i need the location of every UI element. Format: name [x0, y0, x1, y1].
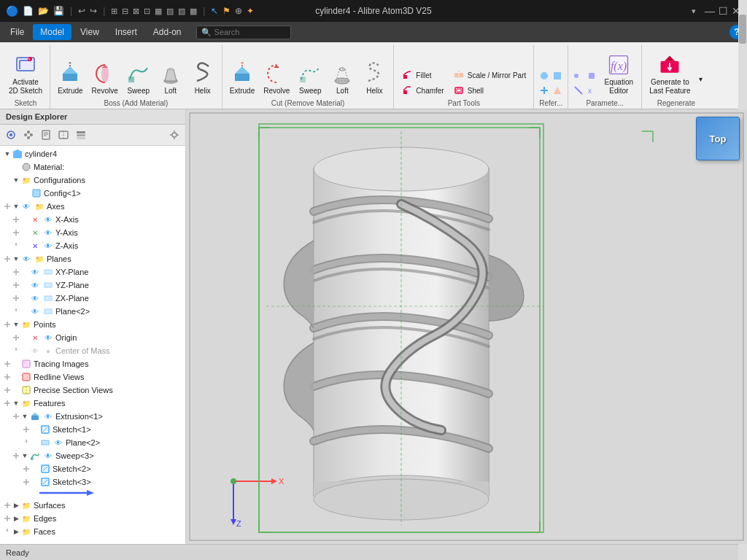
tree-arrow-configurations[interactable]: ▼ — [12, 176, 20, 184]
grid-icon2[interactable]: ⊟ — [122, 7, 128, 16]
maximize-btn[interactable]: ☐ — [718, 6, 728, 16]
tree-item-axes[interactable]: ▼ 👁 📁 Axes — [0, 200, 185, 213]
tree-item-plane2[interactable]: ▶ 👁 Plane<2> — [0, 305, 185, 318]
tree-item-zx-plane[interactable]: ▶ 👁 ZX-Plane — [0, 292, 185, 305]
redo-icon[interactable]: ↪ — [90, 6, 97, 16]
grid-icon6[interactable]: ▧ — [166, 7, 174, 16]
tree-arrow-axes[interactable]: ▼ — [12, 203, 20, 210]
ref-btn1[interactable] — [538, 70, 550, 83]
grid-icon8[interactable]: ▩ — [190, 7, 197, 16]
loft-boss-button[interactable]: Loft — [156, 60, 185, 98]
grid-icon4[interactable]: ⊡ — [144, 7, 150, 16]
search-box[interactable]: 🔍 — [196, 26, 291, 39]
tree-item-yz-plane[interactable]: ▶ 👁 YZ-Plane — [0, 279, 185, 292]
tree-item-root[interactable]: ▼ cylinder4 — [0, 147, 185, 160]
activate-sketch-button[interactable]: ✎ Activate2D Sketch — [6, 51, 45, 98]
menu-model[interactable]: Model — [33, 24, 71, 40]
tree-item-origin[interactable]: ▶ ✕ 👁 Origin — [0, 331, 185, 344]
flag-icon[interactable]: ⚑ — [222, 6, 231, 16]
sidebar-tool-nodes[interactable] — [20, 127, 36, 143]
grid-icon5[interactable]: ▦ — [155, 7, 162, 16]
tree-arrow-faces[interactable]: ▶ — [12, 528, 20, 535]
sidebar-tool-view[interactable] — [55, 127, 71, 143]
tree-item-sweep3[interactable]: ▼ 👁 Sweep<3> — [0, 449, 185, 462]
tree-item-surfaces[interactable]: ▶ 📁 Surfaces — [0, 499, 185, 512]
grid-icon1[interactable]: ⊞ — [111, 7, 117, 16]
tree-item-faces[interactable]: ▶ 📁 Faces — [0, 525, 185, 538]
view-cube[interactable]: Top — [696, 117, 740, 160]
revolve-boss-button[interactable]: Revolve — [89, 60, 121, 98]
sweep-boss-button[interactable]: Sweep — [124, 60, 153, 98]
sidebar-tool-layers[interactable] — [73, 127, 89, 143]
tree-item-edges[interactable]: ▶ 📁 Edges — [0, 512, 185, 525]
menu-insert[interactable]: Insert — [108, 24, 144, 40]
shell-button[interactable]: Shell — [450, 83, 530, 98]
tree-item-planes[interactable]: ▼ 👁 📁 Planes — [0, 252, 185, 265]
tree-arrow-planes[interactable]: ▼ — [12, 255, 20, 262]
sidebar-tool-settings[interactable] — [166, 127, 182, 143]
menu-file[interactable]: File — [3, 24, 31, 40]
extrude-cut-button[interactable]: Extrude — [227, 60, 258, 98]
tree-item-sketch3[interactable]: ▶ Sketch<3> — [0, 475, 185, 489]
extrude-boss-button[interactable]: Extrude — [55, 60, 85, 98]
param-btn4[interactable]: x — [586, 85, 597, 98]
window-menu-btn[interactable]: ▾ — [689, 6, 699, 16]
grid-icon7[interactable]: ▨ — [178, 7, 185, 16]
revolve-cut-button[interactable]: Revolve — [260, 60, 293, 98]
tree-item-z-axis[interactable]: ▶ ✕ 👁 Z-Axis — [0, 239, 185, 252]
tree-arrow-surfaces[interactable]: ▶ — [12, 502, 20, 509]
chamfer-button[interactable]: Chamfer — [398, 83, 446, 98]
tree-item-sketch2[interactable]: ▶ Sketch<2> — [0, 462, 185, 475]
tree-item-features[interactable]: ▼ 📁 Features — [0, 397, 185, 410]
tree-item-y-axis[interactable]: ▶ ✕ 👁 Y-Axis — [0, 226, 185, 239]
tree-arrow-points[interactable]: ▼ — [12, 321, 20, 328]
grid-icon3[interactable]: ⊠ — [133, 7, 139, 16]
open-icon[interactable]: 📂 — [38, 6, 49, 16]
tree-item-xy-plane[interactable]: ▶ 👁 XY-Plane — [0, 265, 185, 279]
minimize-btn[interactable]: — — [705, 6, 715, 16]
tree-item-extrusion1[interactable]: ▼ 👁 Extrusion<1> — [0, 410, 185, 423]
undo-icon[interactable]: ↩ — [78, 6, 85, 16]
param-btn1[interactable] — [573, 70, 584, 83]
tree-arrow-edges[interactable]: ▶ — [12, 515, 20, 522]
tree-arrow-features[interactable]: ▼ — [12, 400, 20, 407]
target-icon[interactable]: ⊕ — [235, 6, 242, 16]
tree-item-center-of-mass[interactable]: ▶ 👁 ● Center of Mass — [0, 344, 185, 357]
menu-addon[interactable]: Add-on — [146, 24, 189, 40]
tree-item-points[interactable]: ▼ 📁 Points — [0, 318, 185, 331]
sidebar-tool-doc[interactable] — [38, 127, 54, 143]
arrow-icon[interactable]: ↖ — [211, 6, 218, 16]
ref-btn4[interactable] — [551, 85, 563, 98]
scale-mirror-button[interactable]: Scale / Mirror Part — [450, 68, 530, 82]
param-btn3[interactable] — [573, 85, 584, 98]
tree-item-config1[interactable]: ▶ Config<1> — [0, 187, 185, 200]
sidebar-tool-circle[interactable] — [3, 127, 19, 143]
save-icon[interactable]: 💾 — [53, 6, 64, 16]
tree-arrow-sweep3[interactable]: ▼ — [20, 452, 29, 459]
expand-btn[interactable]: ▾ — [696, 74, 705, 85]
tree-item-plane2b[interactable]: ▶ 👁 Plane<2> — [0, 436, 185, 449]
tree-item-sketch1[interactable]: ▶ Sketch<1> — [0, 423, 185, 436]
tree-item-material[interactable]: ▶ Material: — [0, 160, 185, 174]
tree-item-precise-section[interactable]: ▶ Precise Section Views — [0, 384, 185, 397]
menu-view[interactable]: View — [73, 24, 107, 40]
tree-item-tracing-images[interactable]: ▶ Tracing Images — [0, 357, 185, 370]
loft-cut-button[interactable]: Loft — [328, 60, 357, 98]
equation-editor-button[interactable]: f(x) EquationEditor — [600, 51, 637, 98]
tree-item-redline-views[interactable]: ▶ Redline Views — [0, 370, 185, 384]
search-input[interactable] — [214, 28, 286, 36]
star-icon[interactable]: ✦ — [247, 6, 254, 16]
tree-arrow-extrusion1[interactable]: ▼ — [20, 413, 29, 420]
generate-to-last-button[interactable]: Generate toLast Feature — [646, 51, 693, 98]
helix-boss-button[interactable]: Helix — [188, 60, 217, 98]
helix-cut-button[interactable]: Helix — [360, 60, 389, 98]
tree-item-configurations[interactable]: ▼ 📁 Configurations — [0, 174, 185, 187]
new-icon[interactable]: 📄 — [23, 6, 34, 16]
tree-item-x-axis[interactable]: ▶ ✕ 👁 X-Axis — [0, 213, 185, 226]
tree-arrow-root[interactable]: ▼ — [3, 150, 12, 158]
ref-btn2[interactable] — [551, 70, 563, 83]
param-btn2[interactable] — [586, 70, 597, 83]
3d-viewport[interactable]: Z X — [186, 109, 747, 544]
ref-btn3[interactable] — [538, 85, 550, 98]
sweep-cut-button[interactable]: Sweep — [295, 60, 325, 98]
